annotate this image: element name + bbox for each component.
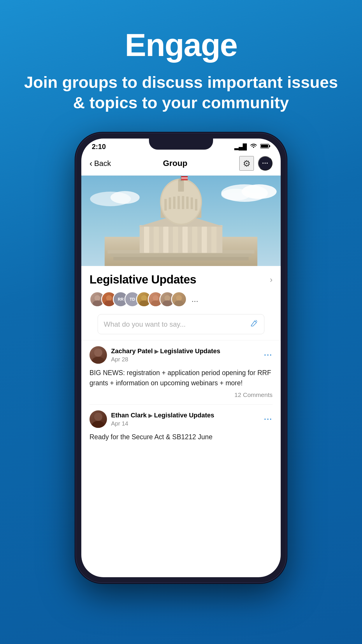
group-arrow-icon[interactable]: › <box>270 275 273 284</box>
post-arrow-2: ▶ <box>148 413 154 419</box>
svg-point-53 <box>92 357 105 364</box>
back-chevron-icon: ‹ <box>89 158 92 168</box>
svg-rect-32 <box>191 197 193 209</box>
post-more-dots-1[interactable]: ··· <box>264 351 273 359</box>
members-more-dots[interactable]: ... <box>191 295 198 304</box>
post-more-dots-2[interactable]: ··· <box>264 415 273 423</box>
post-body-2: Ready for the Secure Act & SB1212 June <box>89 432 273 442</box>
svg-rect-28 <box>173 197 175 209</box>
status-icons: ▂▄█ <box>234 143 270 150</box>
post-placeholder-text: What do you want to say... <box>104 320 186 328</box>
divider <box>81 340 281 340</box>
phone-notch <box>149 139 213 150</box>
post-item-2: Ethan Clark ▶ Legislative Updates Apr 14… <box>89 410 273 442</box>
svg-rect-36 <box>181 176 181 181</box>
post-author-info: Zachary Patel ▶ Legislative Updates Apr … <box>89 346 220 364</box>
svg-rect-14 <box>144 227 149 253</box>
post-divider <box>89 404 273 405</box>
group-name: Legislative Updates <box>89 273 196 286</box>
svg-point-44 <box>141 295 147 301</box>
svg-rect-31 <box>186 197 189 209</box>
svg-rect-27 <box>169 197 171 209</box>
svg-rect-17 <box>173 227 178 253</box>
svg-point-42 <box>106 295 112 301</box>
post-arrow-1: ▶ <box>154 349 160 354</box>
back-label: Back <box>94 159 111 168</box>
members-row: RR TD <box>89 291 273 307</box>
group-hero-image <box>81 176 281 266</box>
group-name-row: Legislative Updates › <box>89 273 273 286</box>
post-date-2: Apr 14 <box>111 420 214 427</box>
post-date-1: Apr 28 <box>111 356 220 363</box>
post-group-name-1: Legislative Updates <box>160 347 220 355</box>
post-meta: Zachary Patel ▶ Legislative Updates Apr … <box>111 347 220 363</box>
more-button[interactable]: ··· <box>258 156 273 171</box>
svg-rect-19 <box>192 227 197 253</box>
phone-shell: 2:10 ▂▄█ <box>76 133 286 582</box>
post-author-name-1: Zachary Patel <box>111 347 153 355</box>
svg-rect-12 <box>113 257 249 260</box>
nav-actions: ⚙ ··· <box>239 156 273 171</box>
svg-rect-39 <box>181 178 188 179</box>
post-author-line-2: Ethan Clark ▶ Legislative Updates <box>111 411 214 420</box>
post-author-name-2: Ethan Clark <box>111 412 147 419</box>
svg-rect-21 <box>211 227 217 253</box>
post-body-1: BIG NEWS: registration + application per… <box>89 368 273 388</box>
post-header-2: Ethan Clark ▶ Legislative Updates Apr 14… <box>89 410 273 428</box>
svg-point-52 <box>94 349 102 357</box>
back-button[interactable]: ‹ Back <box>89 158 111 168</box>
status-time: 2:10 <box>92 143 106 151</box>
svg-rect-2 <box>261 145 268 148</box>
svg-rect-18 <box>182 227 188 253</box>
post-author-info-2: Ethan Clark ▶ Legislative Updates Apr 14 <box>89 410 214 428</box>
post-avatar-ethan <box>89 410 107 428</box>
phone-mockup: 2:10 ▂▄█ <box>76 133 286 582</box>
svg-rect-13 <box>140 225 222 253</box>
posts-feed: Zachary Patel ▶ Legislative Updates Apr … <box>81 346 281 442</box>
phone-screen: 2:10 ▂▄█ <box>81 139 281 577</box>
svg-rect-37 <box>181 176 188 180</box>
svg-point-49 <box>163 300 172 306</box>
post-comments-1[interactable]: 12 Comments <box>89 391 273 398</box>
svg-rect-15 <box>154 227 159 253</box>
nav-bar: ‹ Back Group ⚙ ··· <box>81 153 281 176</box>
svg-point-48 <box>164 295 170 301</box>
post-input[interactable]: What do you want to say... <box>98 314 264 334</box>
post-meta-2: Ethan Clark ▶ Legislative Updates Apr 14 <box>111 411 214 427</box>
svg-rect-1 <box>269 145 270 147</box>
svg-point-45 <box>139 300 149 306</box>
post-author-line-1: Zachary Patel ▶ Legislative Updates <box>111 347 220 356</box>
wifi-icon <box>250 143 257 150</box>
svg-point-8 <box>110 191 140 204</box>
more-dots-icon: ··· <box>262 160 268 167</box>
svg-rect-20 <box>202 227 207 253</box>
edit-icon <box>250 319 258 329</box>
svg-rect-33 <box>195 199 197 211</box>
svg-rect-34 <box>178 180 184 192</box>
svg-point-47 <box>151 300 160 306</box>
svg-rect-26 <box>164 199 167 211</box>
svg-point-54 <box>94 413 102 421</box>
svg-point-40 <box>94 295 100 301</box>
svg-point-50 <box>176 295 182 301</box>
settings-button[interactable]: ⚙ <box>239 156 254 171</box>
post-header: Zachary Patel ▶ Legislative Updates Apr … <box>89 346 273 364</box>
post-group-name-2: Legislative Updates <box>154 412 214 419</box>
svg-point-51 <box>174 300 184 306</box>
post-item: Zachary Patel ▶ Legislative Updates Apr … <box>89 346 273 398</box>
post-avatar-zachary <box>89 346 107 364</box>
nav-title: Group <box>163 159 187 168</box>
svg-point-43 <box>104 300 114 306</box>
gear-icon: ⚙ <box>243 158 251 169</box>
svg-rect-16 <box>163 227 168 253</box>
group-info: Legislative Updates › <box>81 266 281 334</box>
battery-icon <box>260 144 270 150</box>
svg-point-6 <box>221 189 250 200</box>
hero-subtitle: Join groups to discuss important issues … <box>0 72 362 113</box>
signal-icon: ▂▄█ <box>234 143 247 150</box>
page-title: Engage <box>125 26 237 63</box>
svg-rect-11 <box>110 253 252 257</box>
svg-point-55 <box>92 421 105 428</box>
svg-rect-38 <box>181 177 188 178</box>
svg-rect-29 <box>178 196 180 209</box>
